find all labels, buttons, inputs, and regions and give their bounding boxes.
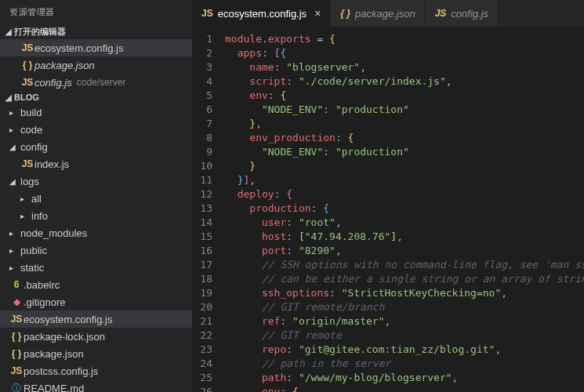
line-number: 9 [192,145,212,159]
line-number: 18 [192,272,212,286]
open-editor-item[interactable]: JSecosystem.config.js [0,39,192,56]
line-number: 7 [192,117,212,131]
line-number: 8 [192,131,212,145]
line-number: 15 [192,230,212,244]
code-line[interactable]: port: "8290", [225,244,584,258]
code-line[interactable]: module.exports = { [225,32,584,46]
code-content[interactable]: module.exports = { apps: [{ name: "blogs… [225,27,584,392]
tree-label: postcss.config.js [24,365,98,377]
code-line[interactable]: env: { [225,385,584,392]
path-suffix: code/server [77,77,126,88]
workspace-label: BLOG [14,93,39,102]
close-icon[interactable]: × [314,7,321,20]
file-item[interactable]: JSpostcss.config.js [0,362,192,379]
code-line[interactable]: }], [225,173,584,187]
workspace-header[interactable]: ◢ BLOG [0,91,192,103]
chevron-right-icon: ▸ [9,229,20,238]
line-number: 2 [192,46,212,60]
line-number: 5 [192,89,212,103]
code-line[interactable]: }, [225,117,584,131]
chevron-down-icon: ◢ [9,177,20,186]
line-number: 21 [192,314,212,328]
line-number: 13 [192,201,212,216]
line-number: 26 [192,385,212,392]
code-line[interactable]: // can be either a single string or an a… [225,272,584,286]
code-line[interactable]: ref: "origin/master", [225,314,584,328]
line-number: 4 [192,74,212,89]
code-line[interactable]: repo: "git@gitee.com:tian_zz/blog.git", [225,343,584,357]
folder-item[interactable]: ▸node_modules [0,224,192,241]
editor-tab[interactable]: JSecosystem.config.js× [192,0,331,27]
json-file-icon: { } [20,60,34,71]
code-line[interactable]: apps: [{ [225,46,584,60]
js-file-icon: JS [9,365,24,376]
open-editor-item[interactable]: { }package.json [0,56,192,74]
line-number: 6 [192,103,212,117]
folder-item[interactable]: ▸info [0,207,192,224]
tab-label: config.js [451,8,488,20]
open-editor-item[interactable]: JSconfig.jscode/server [0,74,192,91]
file-item[interactable]: ⓘREADME.md [0,379,192,392]
code-line[interactable]: "NODE_ENV": "production" [225,103,584,117]
file-item[interactable]: { }package.json [0,345,192,362]
folder-item[interactable]: ◢config [0,138,192,155]
tree-label: .gitignore [24,296,65,308]
code-line[interactable]: // path in the server [225,357,584,371]
code-line[interactable]: // GIT remote/branch [225,300,584,314]
file-item[interactable]: 6.babelrc [0,276,192,293]
tree-label: code [20,124,42,136]
line-number: 1 [192,32,212,46]
code-editor[interactable]: 1234567891011121314151617181920212223242… [192,27,584,392]
chevron-right-icon: ▸ [9,125,20,134]
code-line[interactable]: script: "./code/server/index.js", [225,74,584,89]
file-label: config.js [34,77,72,89]
code-line[interactable]: } [225,159,584,173]
code-line[interactable]: path: "/www/my-blog/blogserver", [225,371,584,385]
line-number: 23 [192,343,212,357]
line-number: 12 [192,187,212,201]
code-line[interactable]: production: { [225,201,584,216]
folder-item[interactable]: ▸static [0,259,192,276]
code-line[interactable]: ssh_options: "StrictHostKeyChecking=no", [225,286,584,300]
tree-label: info [31,210,48,222]
editor-tab[interactable]: JSconfig.js [426,0,499,27]
code-line[interactable]: user: "root", [225,216,584,230]
file-tree: ▸build▸code◢configJSindex.js◢logs▸all▸in… [0,103,192,392]
code-line[interactable]: host: ["47.94.208.76"], [225,230,584,244]
folder-item[interactable]: ▸all [0,190,192,207]
chevron-right-icon: ▸ [9,108,20,117]
chevron-down-icon: ◢ [3,27,14,36]
tab-label: package.json [355,8,415,20]
file-item[interactable]: JSindex.js [0,155,192,172]
json-file-icon: { } [9,348,24,359]
json-file-icon: { } [9,331,24,342]
folder-item[interactable]: ▸code [0,121,192,138]
explorer-title: 资源管理器 [0,0,192,24]
file-item[interactable]: JSecosystem.config.js [0,310,192,328]
js-file-icon: JS [20,77,34,88]
chevron-down-icon: ◢ [3,93,14,102]
file-item[interactable]: ◆.gitignore [0,293,192,310]
tree-label: node_modules [20,227,87,239]
code-line[interactable]: env_production: { [225,131,584,145]
line-number: 16 [192,244,212,258]
code-line[interactable]: env: { [225,89,584,103]
line-number: 11 [192,173,212,187]
code-line[interactable]: deploy: { [225,187,584,201]
editor-tab[interactable]: { }package.json [331,0,425,27]
tree-label: public [20,245,47,256]
chevron-right-icon: ▸ [9,263,20,272]
code-line[interactable]: // GIT remote [225,328,584,343]
open-editors-header[interactable]: ◢ 打开的编辑器 [0,24,192,39]
tree-label: index.js [34,158,69,170]
tree-label: README.md [24,383,84,393]
folder-item[interactable]: ▸build [0,103,192,121]
folder-item[interactable]: ▸public [0,241,192,259]
code-line[interactable]: // SSH options with no command-line flag… [225,258,584,272]
chevron-down-icon: ◢ [9,143,20,151]
file-item[interactable]: { }package-lock.json [0,328,192,345]
code-line[interactable]: name: "blogserver", [225,60,584,74]
js-file-icon: JS [201,8,213,19]
code-line[interactable]: "NODE_ENV": "production" [225,145,584,159]
folder-item[interactable]: ◢logs [0,172,192,190]
